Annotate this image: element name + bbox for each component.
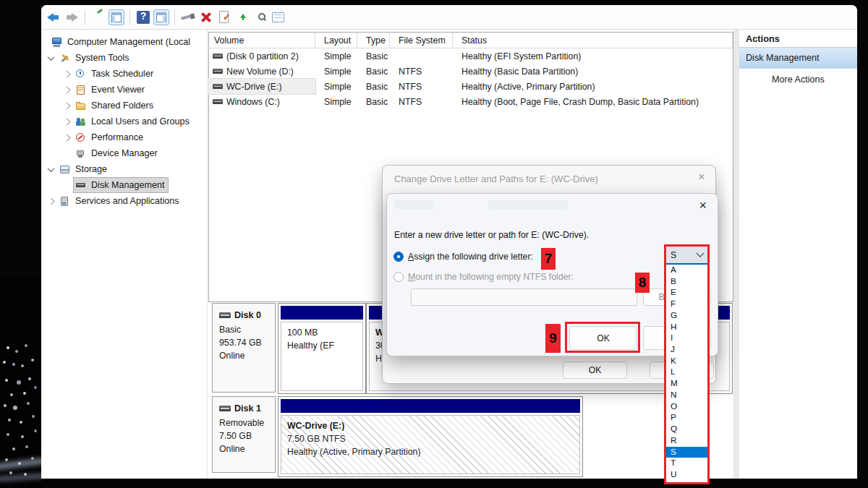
tree-expander-chevron-icon[interactable] [61, 72, 73, 77]
actions-header: Actions [739, 30, 857, 48]
export-folder-icon[interactable] [90, 9, 106, 25]
tree-item[interactable]: Computer Management (Local [41, 34, 207, 50]
drive-letter-option[interactable]: L [666, 367, 707, 378]
more-actions[interactable]: More Actions [739, 69, 857, 90]
disk1-type: Removable [219, 416, 275, 429]
users-icon [75, 116, 87, 127]
console-tree: Computer Management (Local System Tools [41, 30, 208, 479]
drive-letter-combobox[interactable]: S [666, 247, 707, 265]
properties-check-icon[interactable] [216, 9, 232, 25]
drive-letter-option[interactable]: F [666, 299, 707, 310]
delete-icon[interactable] [198, 9, 214, 25]
volume-fs [390, 48, 453, 64]
tree-expander-chevron-icon[interactable] [61, 135, 73, 140]
annotation-step-8: 8 [635, 273, 650, 293]
column-volume[interactable]: Volume [209, 33, 315, 48]
drive-letter-option[interactable]: K [666, 356, 707, 367]
sharedfolders-icon [75, 100, 87, 111]
drive-letter-option[interactable]: M [666, 378, 707, 390]
column-file-system[interactable]: File System [390, 33, 453, 48]
drive-letter-option[interactable]: G [666, 310, 707, 322]
drive-letter-option[interactable]: J [666, 344, 707, 356]
separator [85, 10, 85, 25]
disk0-name: Disk 0 [234, 309, 261, 322]
back-icon[interactable] [46, 9, 61, 25]
volume-type: Basic [357, 48, 390, 64]
performance-icon [75, 132, 87, 143]
tree-item[interactable]: Shared Folders [41, 98, 207, 114]
disk1-label[interactable]: Disk 1 Removable 7.50 GB Online [212, 396, 276, 473]
drive-letter-option[interactable]: S [666, 447, 707, 458]
drive-letter-option[interactable]: H [666, 322, 707, 333]
open-folder-icon[interactable] [234, 9, 250, 25]
partition-status: Healthy (EF [287, 339, 362, 352]
volume-row[interactable]: Windows (C:) Simple Basic NTFS Healthy (… [209, 94, 733, 109]
tree-item[interactable]: Performance [41, 129, 207, 145]
tree-expander-chevron-icon[interactable] [45, 167, 57, 172]
mount-folder-radio[interactable] [393, 272, 404, 282]
close-icon[interactable]: × [699, 197, 707, 213]
tree-expander-chevron-icon[interactable] [61, 119, 73, 124]
explore-folder-icon[interactable] [252, 9, 268, 25]
tree-item-label: Shared Folders [91, 100, 153, 111]
tree-item[interactable]: Local Users and Groups [41, 114, 207, 129]
mount-path-input[interactable] [411, 288, 637, 306]
drive-letter-option[interactable]: O [666, 401, 707, 413]
diskmgmt-icon [75, 180, 87, 191]
tree-item[interactable]: Services and Applications [41, 193, 207, 209]
drive-letter-option[interactable]: T [666, 458, 707, 469]
tree-item[interactable]: Task Scheduler [41, 66, 207, 82]
drive-letter-option[interactable]: I [666, 333, 707, 344]
disk0-partition-efi[interactable]: 100 MB Healthy (EF [278, 303, 366, 394]
dialog-prompt: Enter a new drive letter or path for E: … [394, 230, 589, 240]
separator [129, 10, 130, 25]
tree-expander-chevron-icon[interactable] [45, 199, 57, 204]
help-icon[interactable] [135, 9, 151, 25]
separator [174, 10, 175, 25]
drive-letter-option[interactable]: A [666, 265, 707, 276]
disk0-type: Basic [219, 323, 275, 336]
volume-status: Healthy (Active, Primary Partition) [453, 79, 733, 94]
tools-icon [59, 53, 71, 64]
tree-expander-chevron-icon[interactable] [61, 87, 73, 93]
pane-splitter[interactable] [733, 30, 739, 479]
column-type[interactable]: Type [357, 33, 390, 48]
tree-item[interactable]: Storage [41, 161, 207, 177]
combobox-value: S [671, 250, 697, 260]
ok-button-back[interactable]: OK [563, 361, 627, 379]
drive-letter-option[interactable]: Q [666, 424, 707, 435]
drive-letter-option[interactable]: B [666, 276, 707, 288]
tree-expander-chevron-icon[interactable] [61, 103, 73, 108]
action-pane-toggle-icon[interactable] [153, 9, 169, 25]
disk1-partition-wcdrive[interactable]: WC-Drive (E:) 7.50 GB NTFS Healthy (Acti… [278, 396, 583, 477]
drive-letter-option[interactable]: R [666, 435, 707, 447]
tree-item[interactable]: Disk Management [41, 177, 207, 193]
actions-disk-management[interactable]: Disk Management [739, 48, 857, 69]
volume-fs: NTFS [390, 94, 453, 109]
list-view-icon[interactable] [271, 9, 286, 25]
column-layout[interactable]: Layout [315, 33, 357, 48]
forward-icon[interactable] [64, 9, 80, 25]
tree-item[interactable]: Event Viewer [41, 82, 207, 98]
tool-icon[interactable] [180, 9, 196, 25]
volume-row[interactable]: WC-Drive (E:) Simple Basic NTFS Healthy … [209, 79, 733, 94]
disk0-label[interactable]: Disk 0 Basic 953.74 GB Online [212, 303, 276, 393]
tree-item-label: Event Viewer [91, 85, 145, 95]
toolbar [41, 5, 857, 30]
close-icon[interactable]: × [698, 170, 705, 184]
tree-item-label: Storage [75, 164, 107, 174]
column-status[interactable]: Status [453, 33, 733, 48]
tree-expander-chevron-icon[interactable] [45, 56, 57, 61]
tree-item-label: Disk Management [91, 180, 165, 190]
assign-drive-letter-radio[interactable] [393, 252, 404, 262]
console-tree-toggle-icon[interactable] [109, 9, 124, 25]
volume-row[interactable]: (Disk 0 partition 2) Simple Basic Health… [209, 48, 733, 64]
drive-letter-option[interactable]: U [666, 469, 707, 481]
drive-letter-option[interactable]: N [666, 390, 707, 401]
drive-letter-option[interactable]: E [666, 287, 707, 299]
volume-row[interactable]: New Volume (D:) Simple Basic NTFS Health… [209, 64, 733, 79]
tree-item[interactable]: System Tools [41, 50, 207, 66]
drive-letter-option[interactable]: P [666, 412, 707, 424]
volume-type: Basic [357, 94, 390, 109]
tree-item[interactable]: Device Manager [41, 145, 207, 161]
